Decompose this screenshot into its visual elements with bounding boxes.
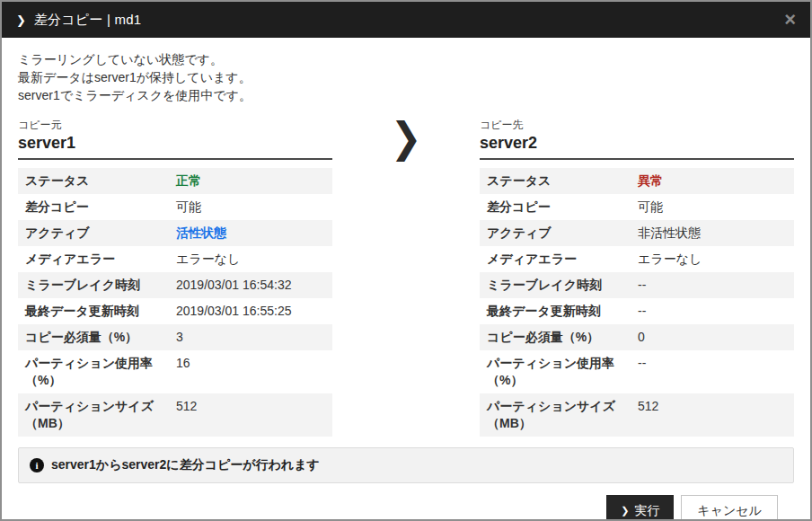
dialog-footer: ❯ 実行 キャンセル (18, 483, 794, 521)
copy-direction-arrow-wrap: ❯ (332, 118, 480, 437)
header-chevron-icon: ❯ (16, 13, 26, 27)
dialog-body: ミラーリングしていない状態です。 最新データはserver1が保持しています。 … (2, 38, 810, 521)
diff-copy-dialog: ❯ 差分コピー | md1 × ミラーリングしていない状態です。 最新データはs… (0, 0, 812, 521)
row-value: 16 (176, 355, 325, 372)
status-message-line2: 最新データはserver1が保持しています。 (18, 68, 794, 86)
row-label: アクティブ (487, 225, 638, 242)
table-row: パーティション使用率（%）16 (18, 350, 332, 393)
table-row: メディアエラーエラーなし (480, 246, 794, 272)
row-value: -- (638, 303, 787, 320)
row-label: 差分コピー (487, 199, 638, 216)
close-icon[interactable]: × (784, 10, 796, 30)
table-row: 差分コピー可能 (480, 194, 794, 220)
row-value: 2019/03/01 16:55:25 (176, 303, 325, 320)
row-label: 最終データ更新時刻 (487, 303, 638, 320)
row-label: ステータス (487, 172, 638, 190)
cancel-button[interactable]: キャンセル (681, 495, 778, 521)
row-label: アクティブ (25, 225, 176, 242)
table-row: コピー必須量（%）0 (480, 324, 794, 350)
table-row: パーティションサイズ（MB）512 (18, 393, 332, 437)
execute-chevron-icon: ❯ (621, 505, 629, 517)
row-label: コピー必須量（%） (25, 329, 176, 346)
table-row: メディアエラーエラーなし (18, 246, 332, 272)
table-row: ミラーブレイク時刻2019/03/01 16:54:32 (18, 272, 332, 298)
status-message: ミラーリングしていない状態です。 最新データはserver1が保持しています。 … (18, 50, 794, 104)
table-row: パーティション使用率（%）-- (480, 350, 794, 393)
row-label: ミラーブレイク時刻 (487, 277, 638, 294)
dialog-title: 差分コピー | md1 (34, 12, 141, 29)
row-label: メディアエラー (487, 251, 638, 268)
status-message-line3: server1でミラーディスクを使用中です。 (18, 86, 794, 104)
row-value: 512 (638, 398, 787, 415)
row-value: 異常 (638, 172, 787, 190)
row-label: パーティション使用率（%） (487, 355, 638, 389)
row-label: コピー必須量（%） (487, 329, 638, 346)
row-value: 活性状態 (176, 225, 325, 242)
copy-source-column: コピー元 server1 ステータス正常差分コピー可能アクティブ活性状態メディア… (18, 118, 332, 437)
copy-destination-role-label: コピー先 (480, 118, 794, 133)
table-row: ステータス異常 (480, 168, 794, 194)
table-row: 差分コピー可能 (18, 194, 332, 220)
row-value: エラーなし (176, 251, 325, 268)
row-label: ステータス (25, 172, 176, 190)
row-label: ミラーブレイク時刻 (25, 277, 176, 294)
row-value: 非活性状態 (638, 225, 787, 242)
info-icon: i (30, 458, 44, 472)
row-label: メディアエラー (25, 251, 176, 268)
row-value: -- (638, 355, 787, 372)
copy-destination-table: ステータス異常差分コピー可能アクティブ非活性状態メディアエラーエラーなしミラーブ… (480, 168, 794, 437)
row-value: 0 (638, 329, 787, 346)
copy-source-header: コピー元 server1 (18, 118, 332, 160)
execute-button-label: 実行 (634, 503, 659, 519)
table-row: パーティションサイズ（MB）512 (480, 393, 794, 437)
copy-destination-server-name: server2 (480, 134, 794, 153)
row-value: -- (638, 277, 787, 294)
table-row: ステータス正常 (18, 168, 332, 194)
row-label: 最終データ更新時刻 (25, 303, 176, 320)
row-label: パーティションサイズ（MB） (487, 398, 638, 432)
copy-destination-column: コピー先 server2 ステータス異常差分コピー可能アクティブ非活性状態メディ… (480, 118, 794, 437)
status-message-line1: ミラーリングしていない状態です。 (18, 50, 794, 68)
row-label: 差分コピー (25, 199, 176, 216)
table-row: 最終データ更新時刻-- (480, 298, 794, 324)
execute-button[interactable]: ❯ 実行 (606, 495, 674, 521)
row-value: 可能 (638, 199, 787, 216)
row-value: 2019/03/01 16:54:32 (176, 277, 325, 294)
copy-source-server-name: server1 (18, 134, 332, 153)
table-row: ミラーブレイク時刻-- (480, 272, 794, 298)
dialog-header: ❯ 差分コピー | md1 × (2, 2, 810, 38)
row-label: パーティションサイズ（MB） (25, 398, 176, 432)
server-columns: コピー元 server1 ステータス正常差分コピー可能アクティブ活性状態メディア… (18, 118, 794, 437)
copy-source-role-label: コピー元 (18, 118, 332, 133)
row-value: 512 (176, 398, 325, 415)
table-row: アクティブ非活性状態 (480, 220, 794, 246)
cancel-button-label: キャンセル (697, 503, 762, 519)
copy-source-table: ステータス正常差分コピー可能アクティブ活性状態メディアエラーエラーなしミラーブレ… (18, 168, 332, 437)
row-value: 3 (176, 329, 325, 346)
table-row: アクティブ活性状態 (18, 220, 332, 246)
row-value: 正常 (176, 172, 325, 190)
row-label: パーティション使用率（%） (25, 355, 176, 389)
copy-direction-arrow-icon: ❯ (390, 118, 421, 159)
row-value: 可能 (176, 199, 325, 216)
table-row: コピー必須量（%）3 (18, 324, 332, 350)
table-row: 最終データ更新時刻2019/03/01 16:55:25 (18, 298, 332, 324)
row-value: エラーなし (638, 251, 787, 268)
info-banner: i server1からserver2に差分コピーが行われます (18, 447, 794, 483)
info-banner-text: server1からserver2に差分コピーが行われます (51, 457, 320, 473)
copy-destination-header: コピー先 server2 (480, 118, 794, 160)
